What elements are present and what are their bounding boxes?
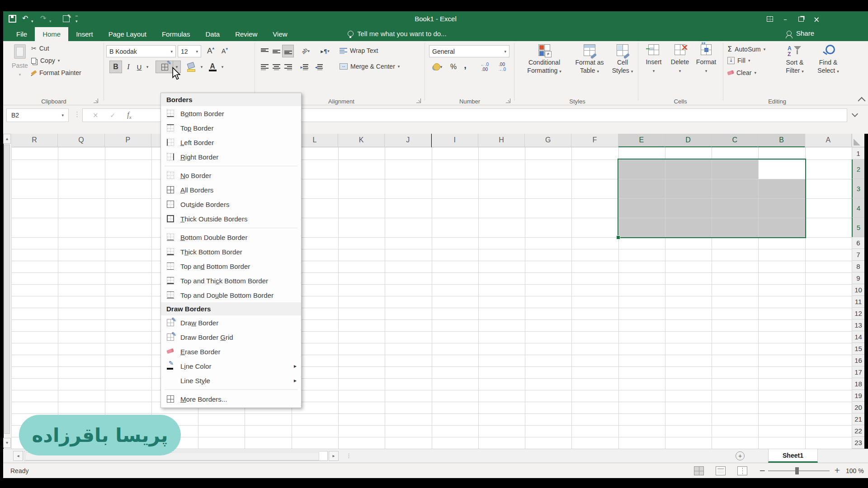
format-painter-button[interactable]: Format Painter [31,69,81,76]
page-layout-view-button[interactable] [716,466,726,475]
row-header-23[interactable]: 23 [852,437,864,449]
vertical-scrollbar[interactable]: ▴ ▾ [4,134,12,449]
clear-button[interactable]: Clear▾ [727,69,756,76]
row-header-20[interactable]: 20 [852,402,864,413]
hscroll-right-button[interactable]: ▸ [329,451,339,461]
orientation-button[interactable]: ab▾ [298,45,313,57]
selection-fill-handle[interactable] [616,235,620,239]
align-center-button[interactable] [271,61,282,73]
menu-item-top-and-double-bottom-border[interactable]: Top and Double Bottom Border [161,288,301,302]
row-header-19[interactable]: 19 [852,390,864,402]
clipboard-dialog-launcher[interactable] [94,99,98,103]
row-header-17[interactable]: 17 [852,366,864,378]
vertical-scroll-thumb[interactable] [4,145,10,434]
page-break-view-button[interactable] [737,466,747,475]
menu-item-top-and-bottom-border[interactable]: Top and Bottom Border [161,259,301,273]
font-name-combo[interactable]: B Koodak▾ [106,45,176,57]
tab-splitter[interactable]: ⋮ [346,452,352,459]
scroll-down-button[interactable]: ▾ [3,438,11,448]
accounting-format-button[interactable]: ▾ [430,61,445,73]
zoom-level[interactable]: 100 % [846,467,864,474]
row-header-3[interactable]: 3 [852,179,864,198]
column-header-J[interactable]: J [385,134,431,147]
column-header-B[interactable]: B [758,134,805,147]
align-right-button[interactable] [283,61,293,73]
cell-styles-button[interactable]: Cell Styles ▾ [608,44,637,75]
collapse-ribbon-button[interactable] [858,97,866,105]
increase-font-button[interactable]: A▴ [205,45,217,57]
comma-style-button[interactable]: , [461,61,470,73]
tab-view[interactable]: View [265,27,295,41]
zoom-out-button[interactable]: − [759,466,765,475]
underline-button[interactable]: U [134,61,144,73]
restore-button[interactable] [794,14,808,24]
middle-align-button[interactable] [271,45,282,57]
row-header-22[interactable]: 22 [852,425,864,437]
row-header-5[interactable]: 5 [852,218,864,237]
number-format-combo[interactable]: General▾ [429,45,509,57]
sheet-tab-active[interactable]: Sheet1 [768,449,818,463]
row-header-14[interactable]: 14 [852,331,864,343]
delete-cells-button[interactable]: × Delete ▾ [668,44,692,75]
zoom-slider[interactable] [768,470,830,471]
copy-button[interactable]: Copy▾ [31,57,60,64]
row-header-4[interactable]: 4 [852,198,864,218]
share-button[interactable]: Share [787,29,814,37]
row-header-1[interactable]: 1 [852,147,864,160]
tellme-box[interactable]: Tell me what you want to do... [357,30,447,38]
name-box[interactable]: B2 ▾ [6,108,69,122]
conditional-formatting-button[interactable]: ≠ Conditional Formatting ▾ [519,44,570,75]
zoom-in-button[interactable]: + [834,466,840,474]
insert-cells-button[interactable]: Insert ▾ [642,44,666,75]
tab-home[interactable]: Home [35,27,68,41]
format-cells-button[interactable]: ↔ Format ▾ [694,44,718,75]
tab-page-layout[interactable]: Page Layout [101,27,154,41]
normal-view-button[interactable] [694,466,704,475]
text-direction-button[interactable]: ▸¶▾ [317,45,333,57]
percent-style-button[interactable]: % [448,61,459,73]
menu-item-draw-border-grid[interactable]: ✎Draw Border Grid [161,330,301,344]
align-left-button[interactable] [259,61,270,73]
decrease-indent-button[interactable]: ◂ [312,61,325,73]
italic-button[interactable]: I [123,61,133,73]
close-button[interactable]: × [810,14,823,24]
menu-item-erase-border[interactable]: Erase Border [161,344,301,359]
sort-filter-button[interactable]: A Z Sort & Filter ▾ [779,44,811,75]
column-header-E[interactable]: E [618,134,665,147]
minimize-button[interactable]: – [778,14,792,24]
bottom-align-button[interactable] [283,45,293,57]
row-header-8[interactable]: 8 [852,261,864,272]
autosum-button[interactable]: Σ AutoSum▾ [727,45,765,53]
menu-item-all-borders[interactable]: All Borders [161,183,301,197]
number-dialog-launcher[interactable] [506,99,510,103]
row-header-7[interactable]: 7 [852,249,864,261]
column-header-P[interactable]: P [105,134,151,147]
column-header-A[interactable]: A [805,134,852,147]
fill-color-dropdown[interactable]: ▾ [198,61,205,73]
format-as-table-button[interactable]: Format as Table ▾ [572,44,607,75]
decrease-font-button[interactable]: A▾ [219,45,230,57]
underline-dropdown[interactable]: ▾ [144,61,151,73]
decrease-decimal-button[interactable]: .00→.0 [494,61,509,73]
menu-item-line-style[interactable]: Line Style▸ [161,373,301,388]
insert-function-icon[interactable]: fx [127,111,131,120]
tab-review[interactable]: Review [227,27,265,41]
column-header-R[interactable]: R [11,134,58,147]
menu-item-draw-border[interactable]: ✎Draw Border [161,315,301,330]
menu-item-bottom-double-border[interactable]: Bottom Double Border [161,230,301,244]
menu-item-thick-bottom-border[interactable]: Thick Bottom Border [161,244,301,259]
font-color-dropdown[interactable]: ▾ [219,61,226,73]
column-header-G[interactable]: G [525,134,571,147]
new-sheet-button[interactable]: + [736,451,745,460]
menu-item-line-color[interactable]: ✎Line Color▸ [161,359,301,373]
tab-formulas[interactable]: Formulas [154,27,198,41]
menu-item-left-border[interactable]: Left Border [161,135,301,150]
menu-item-right-border[interactable]: Right Border [161,150,301,164]
menu-item-top-and-thick-bottom-border[interactable]: Top and Thick Bottom Border [161,273,301,288]
column-header-H[interactable]: H [478,134,525,147]
column-header-F[interactable]: F [571,134,618,147]
bold-button[interactable]: B [110,61,122,73]
wrap-text-button[interactable]: Wrap Text [340,47,378,54]
row-header-11[interactable]: 11 [852,296,864,308]
find-select-button[interactable]: Find & Select ▾ [812,44,844,75]
